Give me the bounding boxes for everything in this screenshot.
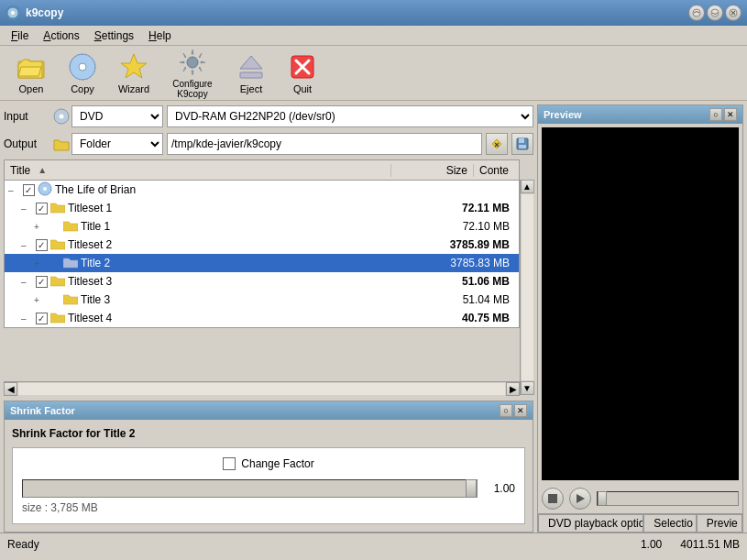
tree-item-size: 3785.89 MB — [433, 238, 515, 251]
tree-row[interactable]: – The Life of Brian — [5, 181, 519, 199]
toolbar-configure-btn[interactable]: Configure K9copy — [161, 49, 224, 97]
input-label: Input — [4, 110, 49, 123]
output-save-btn[interactable] — [511, 133, 533, 155]
tree-row[interactable]: – Titleset 4 40.75 MB — [5, 309, 519, 327]
toolbar-copy-btn[interactable]: Copy — [59, 49, 106, 97]
tree-item-size: 3785.83 MB — [433, 257, 515, 269]
tree-item-label: Title 2 — [81, 257, 433, 269]
preview-seek-slider[interactable] — [597, 491, 739, 506]
shrink-restore-btn[interactable]: ○ — [500, 404, 512, 417]
toolbar-quit-label: Quit — [293, 83, 312, 94]
toolbar-copy-label: Copy — [71, 83, 94, 94]
folder-icon — [63, 219, 78, 235]
wizard-icon — [119, 52, 148, 82]
tree-item-label: The Life of Brian — [55, 183, 433, 196]
dvd-copy-icon — [68, 52, 97, 82]
folder-icon — [50, 237, 65, 253]
tree-row[interactable]: – Titleset 1 72.11 MB — [5, 199, 519, 217]
svg-rect-17 — [519, 145, 526, 148]
change-factor-label: Change Factor — [241, 457, 313, 470]
expand-icon[interactable]: – — [21, 277, 34, 287]
menu-help[interactable]: Help — [141, 27, 179, 44]
tree-row[interactable]: – Titleset 3 51.06 MB — [5, 272, 519, 291]
output-label: Output — [4, 137, 49, 150]
toolbar-eject-label: Eject — [240, 83, 262, 94]
size-info: size : 3,785 MB — [22, 501, 515, 514]
quit-icon — [288, 52, 317, 82]
input-type-select[interactable]: DVD — [71, 105, 163, 127]
hscroll-left-btn[interactable]: ◀ — [4, 382, 17, 396]
toolbar-wizard-btn[interactable]: Wizard — [110, 49, 158, 97]
tree-scrollbar[interactable]: ▲ ▼ — [520, 180, 533, 395]
tab-dvd-playback[interactable]: DVD playback option — [538, 514, 643, 532]
tree-row[interactable]: + Title 2 3785.83 MB — [5, 254, 519, 272]
titlebar-close-btn[interactable] — [725, 5, 742, 21]
expand-icon[interactable]: – — [21, 203, 34, 214]
preview-close-btn[interactable]: ✕ — [724, 108, 737, 121]
tab-selection[interactable]: Selectio — [643, 514, 697, 532]
tree-row[interactable]: + Title 1 72.10 MB — [5, 217, 519, 236]
h-scrollbar[interactable]: ◀ ▶ — [4, 381, 520, 395]
left-panel: Input DVD DVD-RAM GH22NP20 (/dev/sr0) Ou… — [4, 104, 533, 533]
shrink-close-btn[interactable]: ✕ — [514, 404, 527, 417]
scroll-down-btn[interactable]: ▼ — [521, 381, 534, 395]
tab-preview[interactable]: Previe — [697, 514, 742, 532]
shrink-inner: Change Factor 1.00 size : 3,785 MB — [12, 447, 525, 524]
expand-icon[interactable]: – — [8, 185, 21, 195]
output-path-input[interactable] — [167, 133, 482, 155]
svg-marker-10 — [240, 56, 262, 69]
output-type-select[interactable]: Folder — [71, 133, 163, 155]
shrink-slider[interactable] — [22, 479, 478, 498]
tree-row[interactable]: – Titleset 2 3785.89 MB — [5, 236, 519, 254]
tree-row[interactable]: + Title 3 51.04 MB — [5, 291, 519, 309]
configure-icon — [178, 48, 207, 77]
tree-checkbox[interactable] — [34, 274, 49, 289]
expand-icon[interactable]: + — [34, 295, 47, 305]
folder-icon — [50, 274, 65, 290]
app-icon — [5, 5, 20, 20]
menu-settings[interactable]: Settings — [87, 27, 141, 44]
expand-icon[interactable]: + — [34, 222, 47, 232]
toolbar-open-btn[interactable]: Open — [7, 49, 55, 97]
hscroll-track[interactable] — [18, 383, 505, 395]
menu-actions[interactable]: Actions — [36, 27, 86, 44]
menu-file[interactable]: File — [4, 27, 36, 44]
tree-item-size: 40.75 MB — [433, 312, 515, 324]
preview-restore-btn[interactable]: ○ — [709, 108, 722, 121]
status-text: Ready — [7, 538, 39, 551]
preview-play-btn[interactable] — [569, 488, 591, 510]
folder-icon — [63, 292, 78, 308]
titlebar-maximize-btn[interactable] — [707, 5, 723, 21]
expand-icon[interactable]: – — [21, 313, 34, 324]
preview-stop-btn[interactable] — [542, 488, 564, 510]
expand-icon[interactable]: – — [21, 240, 34, 250]
output-clear-btn[interactable] — [486, 133, 508, 155]
tree-checkbox[interactable] — [21, 182, 36, 197]
svg-point-14 — [60, 115, 64, 119]
svg-point-7 — [79, 63, 86, 71]
toolbar-eject-btn[interactable]: Eject — [227, 49, 275, 97]
shrink-header-buttons: ○ ✕ — [500, 404, 527, 417]
titlebar: k9copy — [0, 0, 747, 26]
scroll-track[interactable] — [522, 194, 533, 380]
titlebar-minimize-btn[interactable] — [688, 5, 705, 21]
titlebar-left: k9copy — [5, 5, 63, 20]
preview-tabs: DVD playback option Selectio Previe — [538, 513, 742, 532]
hscroll-right-btn[interactable]: ▶ — [506, 382, 520, 396]
change-factor-checkbox[interactable] — [223, 457, 236, 470]
toolbar-quit-btn[interactable]: Quit — [279, 49, 326, 97]
toolbar-wizard-label: Wizard — [118, 83, 149, 94]
tree-checkbox[interactable] — [34, 311, 49, 325]
app-title: k9copy — [26, 6, 63, 19]
tree-checkbox[interactable] — [34, 201, 49, 215]
statusbar-value2: 4011.51 MB — [680, 538, 740, 551]
preview-header: Preview ○ ✕ — [538, 105, 742, 124]
scroll-up-btn[interactable]: ▲ — [521, 180, 534, 193]
tree-panel: Title ▲ Size Conte – — [4, 159, 520, 328]
expand-icon[interactable]: + — [34, 258, 47, 269]
svg-rect-16 — [519, 138, 524, 143]
tree-item-size: 72.10 MB — [433, 220, 515, 233]
input-device-select[interactable]: DVD-RAM GH22NP20 (/dev/sr0) — [167, 105, 533, 127]
folder-icon — [63, 256, 78, 271]
tree-checkbox[interactable] — [34, 237, 49, 252]
